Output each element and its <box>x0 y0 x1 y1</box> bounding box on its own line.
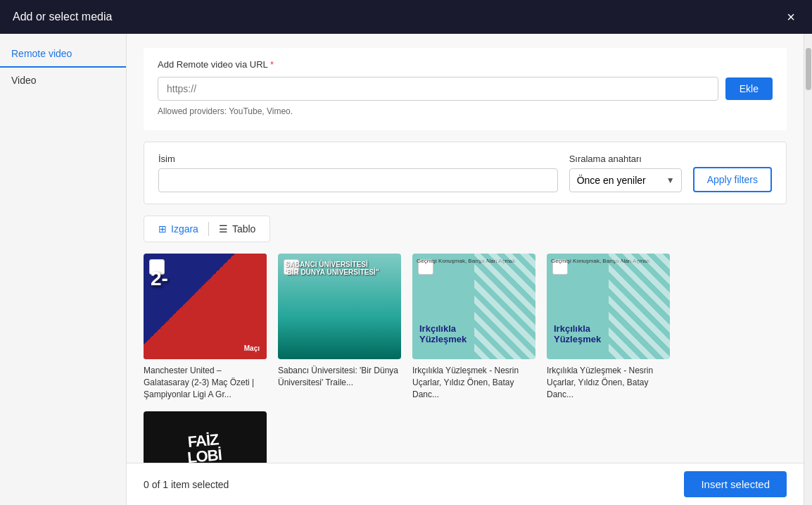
media-card[interactable]: Geçmişi Konuşmak, Barışa Alan Açmak Irkç… <box>412 254 535 400</box>
modal-overlay: Add or select media × Remote video Video <box>0 0 812 505</box>
modal-footer: 0 of 1 item selected Insert selected <box>127 463 804 505</box>
sort-wrapper: Önce en yeniler Önce en eskiler İsim A-Z… <box>569 168 682 192</box>
sort-select[interactable]: Önce en yeniler Önce en eskiler İsim A-Z… <box>569 168 682 192</box>
selection-count: 0 of 1 item selected <box>144 479 229 490</box>
view-divider <box>208 222 209 236</box>
sidebar-item-video[interactable]: Video <box>0 68 126 93</box>
filter-section: İsim Sıralama anahtarı Önce en yeniler Ö… <box>144 142 787 204</box>
ekle-button[interactable]: Ekle <box>725 77 773 100</box>
media-card[interactable]: FAİZLOBİYATAhaini Yaftalar <box>144 411 267 463</box>
filter-row: İsim Sıralama anahtarı Önce en yeniler Ö… <box>158 154 772 192</box>
insert-selected-button[interactable]: Insert selected <box>684 471 787 497</box>
modal-body: Remote video Video Add Remote video via … <box>0 34 812 505</box>
name-filter-label: İsim <box>158 154 558 164</box>
list-icon: ☰ <box>219 223 228 235</box>
view-toggle: ⊞ Izgara ☰ Tablo <box>144 216 270 242</box>
url-input[interactable] <box>158 77 718 101</box>
modal: Add or select media × Remote video Video <box>0 0 812 505</box>
media-title: Manchester United – Galatasaray (2-3) Ma… <box>144 365 267 400</box>
scroll-thumb <box>806 48 811 90</box>
media-thumbnail: SABANCI ÜNİVERSİTESİ'BİR DÜNYA ÜNİVERSİT… <box>278 254 401 359</box>
modal-header: Add or select media × <box>0 0 812 34</box>
media-card[interactable]: Geçmişi Konuşmak, Barışa Alan Açmak Irkç… <box>547 254 670 400</box>
media-card[interactable]: SABANCI ÜNİVERSİTESİ'BİR DÜNYA ÜNİVERSİT… <box>278 254 401 400</box>
sidebar: Remote video Video <box>0 34 127 505</box>
list-view-button[interactable]: ☰ Tablo <box>212 220 262 237</box>
apply-filters-button[interactable]: Apply filters <box>693 167 772 192</box>
modal-title: Add or select media <box>13 11 112 23</box>
url-section: Add Remote video via URL * Ekle Allowed … <box>144 48 787 130</box>
media-thumbnail: 2- Maçı <box>144 254 267 359</box>
name-filter-field: İsim <box>158 154 558 192</box>
name-filter-input[interactable] <box>158 168 558 192</box>
required-marker: * <box>270 59 274 70</box>
scrollbar[interactable] <box>804 34 812 505</box>
media-thumbnail: Geçmişi Konuşmak, Barışa Alan Açmak Irkç… <box>547 254 670 359</box>
media-thumbnail: Geçmişi Konuşmak, Barışa Alan Açmak Irkç… <box>412 254 535 359</box>
sidebar-item-remote-video[interactable]: Remote video <box>0 41 126 68</box>
grid-icon: ⊞ <box>158 223 167 235</box>
media-thumbnail: FAİZLOBİYATAhaini <box>144 411 267 463</box>
content-scroll[interactable]: Add Remote video via URL * Ekle Allowed … <box>127 34 804 463</box>
url-label: Add Remote video via URL * <box>158 59 773 70</box>
close-button[interactable]: × <box>782 8 799 25</box>
main-content: Add Remote video via URL * Ekle Allowed … <box>127 34 804 505</box>
media-card[interactable]: 2- Maçı Manchester United – Galatasaray … <box>144 254 267 400</box>
sort-filter-field: Sıralama anahtarı Önce en yeniler Önce e… <box>569 154 682 192</box>
media-title: Irkçılıkla Yüzleşmek - Nesrin Uçarlar, Y… <box>412 365 535 400</box>
allowed-providers: Allowed providers: YouTube, Vimeo. <box>158 106 773 116</box>
url-row: Ekle <box>158 77 773 101</box>
grid-view-button[interactable]: ⊞ Izgara <box>151 220 205 237</box>
media-grid: 2- Maçı Manchester United – Galatasaray … <box>144 254 787 463</box>
media-title: Irkçılıkla Yüzleşmek - Nesrin Uçarlar, Y… <box>547 365 670 400</box>
media-title: Sabancı Üniversitesi: 'Bir Dünya Ünivers… <box>278 365 401 389</box>
sort-filter-label: Sıralama anahtarı <box>569 154 682 164</box>
faiz-text: FAİZLOBİYATAhaini <box>183 432 227 463</box>
